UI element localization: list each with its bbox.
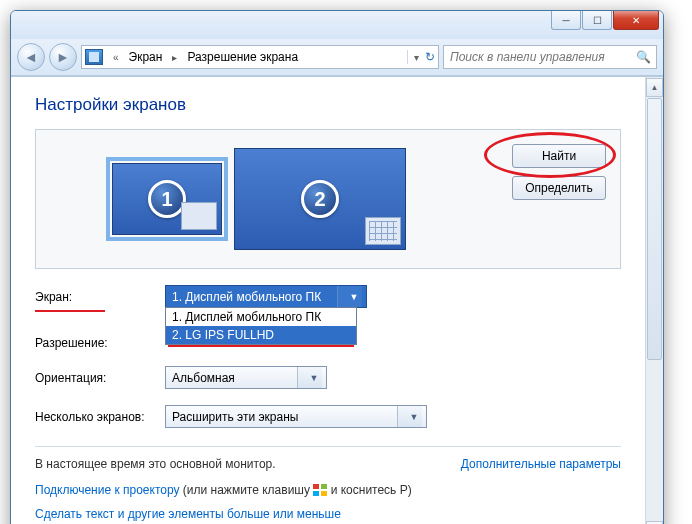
row-multidisplay: Несколько экранов: Расширить эти экраны … bbox=[35, 405, 621, 428]
text-size-link[interactable]: Сделать текст и другие элементы больше и… bbox=[35, 507, 341, 521]
screen-option-2[interactable]: 2. LG IPS FULLHD bbox=[166, 326, 356, 344]
projector-link[interactable]: Подключение к проектору bbox=[35, 483, 180, 497]
label-resolution: Разрешение: bbox=[35, 336, 165, 350]
chevron-down-icon: ▼ bbox=[337, 286, 362, 307]
projector-row: Подключение к проектору (или нажмите кла… bbox=[35, 483, 621, 497]
windows-key-icon bbox=[313, 484, 327, 496]
breadcrumb-item[interactable]: Экран bbox=[129, 50, 163, 64]
orientation-combobox[interactable]: Альбомная ▼ bbox=[165, 366, 327, 389]
display-arrangement-panel: 1 2 Найти Определить bbox=[35, 129, 621, 269]
search-input[interactable]: Поиск в панели управления 🔍 bbox=[443, 45, 657, 69]
content-area: Настройки экранов 1 2 Найти Определить bbox=[11, 77, 645, 524]
screen-dropdown: 1. Дисплей мобильного ПК 2. LG IPS FULLH… bbox=[165, 307, 357, 345]
scroll-up-button[interactable]: ▲ bbox=[646, 78, 663, 97]
label-multidisplay: Несколько экранов: bbox=[35, 410, 165, 424]
refresh-icon[interactable]: ↻ bbox=[425, 50, 435, 64]
screen-combobox[interactable]: 1. Дисплей мобильного ПК ▼ bbox=[165, 285, 367, 308]
monitor-number-badge: 2 bbox=[301, 180, 339, 218]
chevron-down-icon: ▼ bbox=[397, 406, 422, 427]
primary-monitor-text: В настоящее время это основной монитор. bbox=[35, 457, 276, 471]
monitor-thumbnail bbox=[181, 202, 217, 230]
detect-button[interactable]: Определить bbox=[512, 176, 606, 200]
projector-hint-after: и коснитесь P) bbox=[327, 483, 411, 497]
primary-monitor-row: В настоящее время это основной монитор. … bbox=[35, 457, 621, 471]
multidisplay-value: Расширить эти экраны bbox=[172, 410, 298, 424]
scroll-track[interactable] bbox=[647, 98, 662, 520]
chevron-right-icon: ▸ bbox=[168, 52, 181, 63]
minimize-button[interactable]: ─ bbox=[551, 11, 581, 30]
annotation-underline bbox=[168, 345, 354, 347]
address-bar[interactable]: « Экран ▸ Разрешение экрана ▾ ↻ bbox=[81, 45, 439, 69]
divider bbox=[35, 446, 621, 447]
monitor-thumbnail bbox=[365, 217, 401, 245]
display-icon bbox=[85, 49, 103, 65]
search-icon[interactable]: 🔍 bbox=[636, 50, 650, 64]
scroll-thumb[interactable] bbox=[647, 98, 662, 360]
chevron-right-icon: « bbox=[109, 52, 123, 63]
page-title: Настройки экранов bbox=[35, 95, 621, 115]
multidisplay-combobox[interactable]: Расширить эти экраны ▼ bbox=[165, 405, 427, 428]
nav-back-button[interactable]: ◄ bbox=[17, 43, 45, 71]
label-orientation: Ориентация: bbox=[35, 371, 165, 385]
maximize-button[interactable]: ☐ bbox=[582, 11, 612, 30]
label-screen: Экран: bbox=[35, 290, 165, 304]
monitor-1[interactable]: 1 bbox=[112, 163, 222, 235]
chevron-down-icon[interactable]: ▾ bbox=[414, 52, 419, 63]
row-orientation: Ориентация: Альбомная ▼ bbox=[35, 366, 621, 389]
orientation-value: Альбомная bbox=[172, 371, 235, 385]
breadcrumb-item[interactable]: Разрешение экрана bbox=[187, 50, 298, 64]
chevron-down-icon: ▼ bbox=[297, 367, 322, 388]
screen-option-1[interactable]: 1. Дисплей мобильного ПК bbox=[166, 308, 356, 326]
vertical-scrollbar[interactable]: ▲ ▼ bbox=[645, 77, 663, 524]
projector-hint-before: (или нажмите клавишу bbox=[180, 483, 314, 497]
close-button[interactable]: ✕ bbox=[613, 11, 659, 30]
find-button[interactable]: Найти bbox=[512, 144, 606, 168]
nav-forward-button[interactable]: ► bbox=[49, 43, 77, 71]
screen-combo-value: 1. Дисплей мобильного ПК bbox=[172, 290, 321, 304]
titlebar: ─ ☐ ✕ bbox=[11, 11, 663, 39]
navbar: ◄ ► « Экран ▸ Разрешение экрана ▾ ↻ Поис… bbox=[11, 39, 663, 76]
advanced-settings-link[interactable]: Дополнительные параметры bbox=[461, 457, 621, 471]
monitor-2[interactable]: 2 bbox=[234, 148, 406, 250]
control-panel-window: ─ ☐ ✕ ◄ ► « Экран ▸ Разрешение экрана ▾ … bbox=[10, 10, 664, 524]
search-placeholder: Поиск в панели управления bbox=[450, 50, 605, 64]
row-screen: Экран: 1. Дисплей мобильного ПК ▼ 1. Дис… bbox=[35, 285, 621, 308]
annotation-underline bbox=[35, 310, 105, 312]
text-size-row: Сделать текст и другие элементы больше и… bbox=[35, 507, 621, 521]
